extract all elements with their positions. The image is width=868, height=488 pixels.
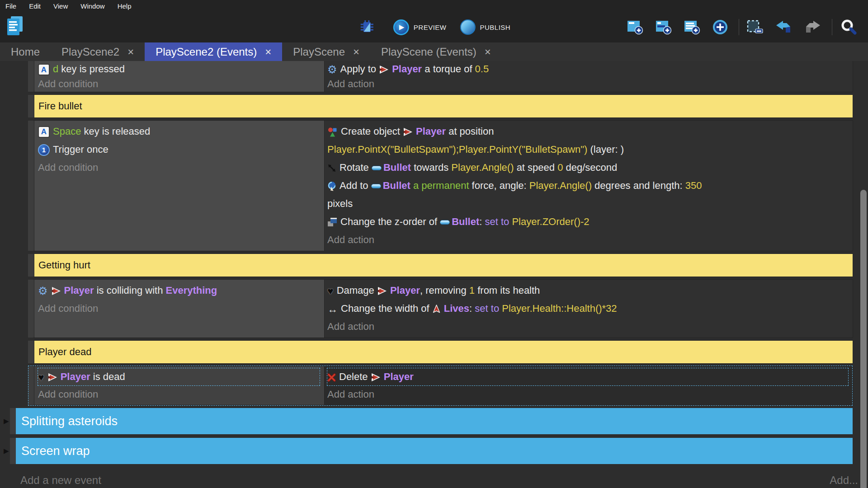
publish-button[interactable]: PUBLISH [460, 19, 510, 35]
menu-edit[interactable]: Edit [29, 2, 41, 10]
standard-event[interactable]: ♥Player is deadAdd conditionDelete Playe… [0, 366, 868, 405]
action[interactable]: Rotate Bullet towards Player.Angle() at … [327, 159, 848, 177]
close-tab-icon[interactable]: × [127, 46, 134, 58]
actions-column: Create object Player at positionPlayer.P… [325, 121, 853, 251]
comment-event[interactable]: Getting hurt [0, 254, 868, 277]
add-action-button[interactable]: Add action [327, 76, 848, 91]
events-list: Ad key is pressedAdd condition⚙Apply to … [0, 61, 868, 464]
delete-selection-icon [746, 19, 764, 35]
add-new-event-button[interactable]: Add a new event [20, 474, 101, 487]
condition[interactable]: 1Trigger once [38, 141, 320, 159]
actions-column: ♥Damage Player, removing 1 from its heal… [325, 280, 853, 338]
event-handle[interactable] [28, 366, 34, 405]
close-tab-icon[interactable]: × [353, 46, 359, 58]
comment-bar[interactable]: Getting hurt [34, 254, 853, 277]
standard-event[interactable]: Ad key is pressedAdd condition⚙Apply to … [0, 61, 868, 92]
preview-button[interactable]: ▶ PREVIEW [393, 19, 447, 35]
bullet-icon [440, 220, 450, 225]
add-button[interactable]: Add... [830, 474, 858, 487]
comment-event[interactable]: Fire bullet [0, 95, 868, 117]
tab-playscene2-events[interactable]: PlayScene2 (Events) × [145, 42, 282, 61]
bullet-icon [371, 184, 381, 188]
menu-help[interactable]: Help [118, 2, 132, 10]
add-action-button[interactable]: Add action [327, 318, 848, 336]
add-event-button[interactable] [627, 19, 648, 35]
group-title: Splitting asteroids [21, 414, 118, 428]
group-bar[interactable]: Screen wrap [16, 438, 853, 464]
tab-playscene2[interactable]: PlayScene2 × [51, 42, 145, 61]
event-handle[interactable] [28, 61, 34, 92]
menu-file[interactable]: File [5, 2, 16, 10]
action[interactable]: Change the z-order of Bullet: set to Pla… [327, 213, 848, 231]
text-segment: Player.Angle() [451, 162, 514, 173]
text-segment: 1 [469, 285, 475, 296]
add-action-button[interactable]: Add action [327, 231, 848, 249]
add-action-button[interactable]: Add action [327, 386, 848, 403]
action[interactable]: ⚙Apply to Player a torque of 0.5 [327, 61, 848, 76]
event-handle[interactable] [10, 408, 16, 434]
comment-event[interactable]: Player dead [0, 341, 868, 363]
text-segment: Trigger once [53, 144, 108, 155]
comment-text: Player dead [38, 346, 91, 358]
events-sheet: Ad key is pressedAdd condition⚙Apply to … [0, 61, 868, 488]
collapse-arrow-icon[interactable]: ▶ [4, 447, 9, 455]
collapse-arrow-icon[interactable]: ▶ [4, 417, 9, 425]
text-segment: Player [390, 285, 420, 296]
scrollbar-thumb[interactable] [860, 190, 867, 488]
text-segment: Damage [337, 285, 377, 296]
action[interactable]: pixels [327, 195, 848, 213]
condition[interactable]: ⚙Player is colliding with Everything [38, 282, 320, 300]
menu-window[interactable]: Window [80, 2, 104, 10]
project-manager-button[interactable] [5, 15, 28, 37]
event-box: ⚙Player is colliding with EverythingAdd … [34, 280, 853, 338]
event-handle[interactable] [10, 438, 16, 464]
search-button[interactable] [840, 18, 861, 36]
action[interactable]: Delete Player [327, 368, 848, 385]
redo-button[interactable] [803, 20, 825, 34]
add-event-type-button[interactable] [712, 19, 731, 35]
event-handle[interactable] [28, 95, 34, 117]
action[interactable]: ↔Change the width of Lives: set to Playe… [327, 300, 848, 318]
undo-button[interactable] [775, 20, 796, 34]
close-tab-icon[interactable]: × [485, 46, 491, 58]
text-segment: Apply to [340, 63, 379, 75]
tab-playscene[interactable]: PlayScene × [282, 42, 370, 61]
text-segment: , removing [420, 285, 469, 296]
add-event-icon [627, 19, 645, 35]
group-event[interactable]: ▶Screen wrap [0, 438, 868, 464]
force-icon [327, 181, 336, 191]
action[interactable]: ♥Damage Player, removing 1 from its heal… [327, 282, 848, 300]
comment-bar[interactable]: Player dead [34, 341, 853, 363]
add-condition-button[interactable]: Add condition [38, 76, 320, 91]
text-segment: 0 [557, 162, 563, 173]
add-condition-button[interactable]: Add condition [38, 386, 320, 403]
text-segment: Player [384, 371, 414, 382]
text-segment: a permanent [413, 180, 469, 191]
event-handle[interactable] [28, 341, 34, 363]
add-comment-button[interactable] [684, 19, 705, 35]
action[interactable]: Add to Bullet a permanent force, angle: … [327, 177, 848, 195]
event-handle[interactable] [28, 121, 34, 251]
debug-button[interactable] [358, 18, 380, 37]
close-tab-icon[interactable]: × [265, 46, 271, 58]
add-condition-button[interactable]: Add condition [38, 300, 320, 318]
menu-view[interactable]: View [53, 2, 68, 10]
condition[interactable]: Ad key is pressed [38, 61, 320, 76]
standard-event[interactable]: ⚙Player is colliding with EverythingAdd … [0, 280, 868, 338]
group-event[interactable]: ▶Splitting asteroids [0, 408, 868, 434]
add-subevent-button[interactable] [655, 19, 676, 35]
standard-event[interactable]: ASpace key is released1Trigger onceAdd c… [0, 121, 868, 251]
action[interactable]: Create object Player at position [327, 122, 848, 141]
add-condition-button[interactable]: Add condition [38, 159, 320, 177]
bullet-icon [372, 166, 382, 170]
event-handle[interactable] [28, 254, 34, 277]
condition[interactable]: ASpace key is released [38, 122, 320, 141]
delete-selection-button[interactable] [746, 19, 768, 35]
condition[interactable]: ♥Player is dead [38, 368, 320, 385]
group-bar[interactable]: Splitting asteroids [16, 408, 853, 434]
comment-bar[interactable]: Fire bullet [34, 95, 853, 117]
tab-home[interactable]: Home [0, 42, 51, 61]
event-handle[interactable] [28, 280, 34, 338]
action[interactable]: Player.PointX("BulletSpawn");Player.Poin… [327, 141, 848, 159]
tab-playscene-events[interactable]: PlayScene (Events) × [370, 42, 502, 61]
